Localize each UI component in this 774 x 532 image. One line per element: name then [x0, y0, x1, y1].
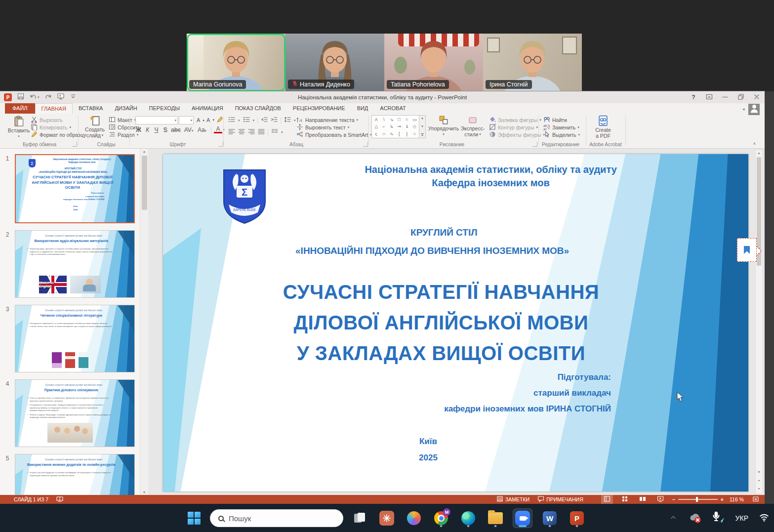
shape-outline-button[interactable]: Контур фигуры▾: [489, 124, 538, 131]
scroll-up-icon[interactable]: ▲: [756, 151, 762, 155]
bookmark-widget[interactable]: [737, 238, 757, 262]
shape-glyph[interactable]: □: [396, 116, 404, 123]
underline-button[interactable]: Ч: [152, 126, 161, 133]
collapse-ribbon-button[interactable]: ˄: [753, 141, 756, 146]
create-pdf-button[interactable]: Create a PDF: [591, 115, 615, 139]
slide-thumbnail[interactable]: Основні стратегії навчання ділової англі…: [15, 230, 135, 298]
shape-glyph[interactable]: ☆: [411, 130, 419, 137]
tab-показ-слайдов[interactable]: ПОКАЗ СЛАЙДОВ: [229, 103, 287, 114]
cut-button[interactable]: Вырезать: [31, 117, 63, 123]
paragraph-dialog-launcher[interactable]: [363, 142, 368, 147]
numbering-button[interactable]: [243, 116, 250, 125]
ribbon-display-options-button[interactable]: [705, 93, 713, 101]
zoom-taskbar-button[interactable]: [513, 508, 532, 528]
save-button[interactable]: [17, 93, 24, 102]
shape-glyph[interactable]: ⇒: [396, 123, 404, 130]
slideshow-button[interactable]: [654, 495, 666, 504]
line-spacing-button[interactable]: [284, 116, 291, 125]
shape-glyph[interactable]: ⇓: [403, 123, 411, 130]
shape-glyph[interactable]: ∩: [380, 130, 388, 137]
tab-файл[interactable]: ФАЙЛ: [5, 103, 35, 114]
text-direction-button[interactable]: AНаправление текста▾: [296, 117, 358, 123]
start-slideshow-button[interactable]: [57, 93, 64, 102]
notes-button[interactable]: ЗАМЕТКИ: [495, 495, 530, 504]
spell-check-icon[interactable]: [56, 495, 63, 503]
character-spacing-button[interactable]: AV▾: [182, 126, 195, 133]
tab-рецензирование[interactable]: РЕЦЕНЗИРОВАНИЕ: [287, 103, 351, 114]
slide-thumbnail[interactable]: Основні стратегії навчання ділової англі…: [15, 379, 135, 447]
shape-glyph[interactable]: ∿: [388, 130, 396, 137]
layout-button[interactable]: Макет▾: [109, 117, 136, 123]
zoom-level[interactable]: 116 %: [730, 496, 744, 502]
tab-вставка[interactable]: ВСТАВКА: [73, 103, 109, 114]
font-size-combobox[interactable]: ▾: [179, 116, 194, 124]
select-button[interactable]: Выделить▾: [543, 131, 580, 138]
bullets-button[interactable]: [228, 116, 235, 125]
normal-view-button[interactable]: [601, 495, 613, 504]
strikethrough-button[interactable]: abc: [170, 126, 182, 133]
next-slide-button[interactable]: ⏷: [756, 487, 762, 491]
slide-thumbnail[interactable]: Основні стратегії навчання ділової англі…: [15, 305, 135, 372]
shape-glyph[interactable]: A: [372, 116, 380, 123]
task-view-taskbar-button[interactable]: [350, 508, 369, 528]
language-indicator[interactable]: УКР: [735, 514, 748, 522]
participant-video[interactable]: Marina Goriunova: [187, 34, 285, 91]
zoom-out-button[interactable]: −: [672, 496, 675, 502]
taskbar-search[interactable]: [210, 509, 343, 527]
comments-button[interactable]: ПРИМЕЧАНИЯ: [536, 495, 584, 504]
clear-formatting-button[interactable]: [216, 117, 223, 123]
grow-font-button[interactable]: А▲: [197, 117, 205, 123]
columns-button[interactable]: [271, 128, 278, 137]
tab-анимация[interactable]: АНИМАЦИЯ: [186, 103, 229, 114]
font-name-combobox[interactable]: ▾: [135, 116, 178, 124]
slide-thumbnail[interactable]: ΣНаціональна академія статистики, обліку…: [15, 154, 135, 223]
replace-button[interactable]: abacЗаменить▾: [543, 124, 579, 131]
italic-button[interactable]: К: [143, 126, 152, 133]
shape-glyph[interactable]: ◇: [411, 123, 419, 130]
justify-button[interactable]: [258, 128, 265, 137]
wifi-icon[interactable]: [759, 512, 769, 524]
redo-button[interactable]: [45, 93, 52, 102]
shape-fill-button[interactable]: Заливка фигуры▾: [489, 117, 541, 123]
align-right-button[interactable]: [248, 128, 255, 137]
previous-slide-button[interactable]: ⏶: [756, 479, 762, 483]
clipboard-dialog-launcher[interactable]: [72, 142, 77, 147]
customize-qat-button[interactable]: [70, 93, 77, 102]
zoom-slider-thumb[interactable]: [696, 497, 698, 502]
thumbnail-scrollbar[interactable]: ▲ ▼: [140, 149, 148, 495]
scroll-down-icon[interactable]: ▼: [756, 470, 762, 474]
participant-video[interactable]: Ірина Стогній: [483, 34, 582, 91]
shape-glyph[interactable]: △: [372, 123, 380, 130]
tab-вид[interactable]: ВИД: [351, 103, 374, 114]
new-slide-button[interactable]: Создать слайд▾: [83, 116, 107, 138]
minimize-button[interactable]: [721, 93, 729, 101]
tray-chevron-up-icon[interactable]: [669, 513, 677, 523]
drawing-dialog-launcher[interactable]: [532, 142, 537, 147]
tab-acrobat[interactable]: ACROBAT: [374, 103, 411, 114]
avatar[interactable]: [748, 104, 760, 115]
chrome-taskbar-button[interactable]: M: [431, 508, 451, 528]
powerpoint-taskbar-button[interactable]: [567, 508, 587, 528]
decrease-indent-button[interactable]: [261, 116, 268, 125]
increase-indent-button[interactable]: [271, 116, 278, 125]
zoom-in-button[interactable]: +: [721, 496, 724, 502]
shape-glyph[interactable]: ς: [372, 130, 380, 137]
zoom-slider[interactable]: − +: [672, 496, 724, 502]
tab-переходы[interactable]: ПЕРЕХОДЫ: [143, 103, 186, 114]
photos-taskbar-button[interactable]: [377, 508, 397, 528]
shape-glyph[interactable]: ⌐: [380, 123, 388, 130]
fit-to-window-button[interactable]: [750, 495, 762, 504]
vertical-scrollbar[interactable]: ▲ ▼ ⏶ ⏷: [755, 150, 763, 494]
quick-styles-button[interactable]: Экспресс- стили▾: [459, 116, 486, 137]
shape-glyph[interactable]: {: [396, 130, 404, 137]
paste-button[interactable]: Вставить▾: [8, 116, 30, 139]
shape-glyph[interactable]: ▭: [411, 116, 419, 123]
arrange-button[interactable]: Упорядочить▾: [429, 116, 458, 137]
shrink-font-button[interactable]: А▼: [206, 117, 215, 123]
find-button[interactable]: Найти: [543, 117, 567, 123]
bold-button[interactable]: Ж: [134, 126, 143, 133]
search-input[interactable]: [229, 514, 327, 523]
align-center-button[interactable]: [238, 128, 245, 137]
shape-glyph[interactable]: }: [403, 130, 411, 137]
shape-glyph[interactable]: \: [380, 116, 388, 123]
